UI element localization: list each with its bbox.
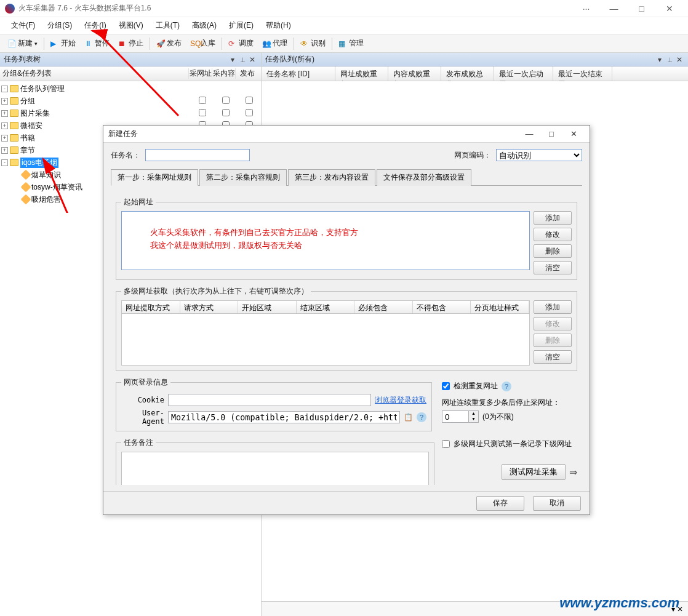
menu-advanced[interactable]: 高级(A)	[186, 18, 223, 33]
tree-checkbox[interactable]	[246, 109, 253, 116]
multiurl-add[interactable]: 添加	[534, 300, 572, 314]
menu-view[interactable]: 视图(V)	[113, 18, 150, 33]
clipboard-icon[interactable]: 📋	[404, 413, 413, 422]
dialog-max[interactable]: □	[540, 127, 562, 142]
check-dup-label: 检测重复网址	[454, 381, 498, 391]
folder-icon	[10, 159, 18, 166]
test-url-button[interactable]: 测试网址采集	[502, 464, 566, 480]
queue-col[interactable]: 发布成败总数	[441, 66, 494, 81]
tree-checkbox[interactable]	[199, 109, 206, 116]
menu-tools[interactable]: 工具(T)	[150, 18, 186, 33]
queue-col[interactable]: 任务名称 [ID]	[262, 66, 335, 81]
pane-dropdown-icon[interactable]: ▾	[228, 55, 238, 64]
cookie-input[interactable]	[168, 394, 371, 406]
tag-icon	[21, 194, 31, 205]
spin-down[interactable]: ▼	[468, 417, 478, 422]
grid-icon: ▦	[338, 39, 347, 48]
menu-help[interactable]: 帮助(H)	[260, 18, 297, 33]
arrow-right-icon: ⇒	[569, 466, 577, 478]
dialog-min[interactable]: —	[518, 127, 540, 142]
tb-start[interactable]: ▶开始	[47, 37, 79, 50]
start-url-legend: 起始网址	[121, 197, 156, 207]
menu-task[interactable]: 任务(I)	[78, 18, 112, 33]
dialog-close[interactable]: ✕	[562, 127, 585, 142]
tag-icon	[21, 182, 31, 193]
spin-up[interactable]: ▲	[468, 411, 478, 417]
multiurl-grid-body[interactable]	[121, 314, 530, 366]
new-icon: 📄	[7, 39, 16, 48]
tree-checkbox[interactable]	[246, 97, 253, 104]
tb-proxy[interactable]: 👥代理	[258, 37, 291, 50]
ua-input[interactable]	[168, 411, 400, 423]
folder-icon	[10, 134, 18, 142]
pane-pin-icon[interactable]: ⟂	[238, 55, 247, 64]
tree-checkbox[interactable]	[222, 97, 230, 104]
tree-checkbox[interactable]	[199, 97, 206, 104]
tb-stop[interactable]: ⏹停止	[114, 37, 147, 50]
pane-close-icon[interactable]: ✕	[674, 55, 684, 64]
rocket-icon: 🚀	[156, 39, 165, 48]
tb-pause[interactable]: ⏸暂停	[81, 37, 113, 50]
pane-pin-icon[interactable]: ⟂	[665, 55, 674, 64]
multiurl-edit[interactable]: 修改	[534, 317, 572, 330]
window-title: 火车采集器 7.6 - 火车头数据采集平台1.6	[18, 3, 572, 14]
start-url-textarea[interactable]: 火车头采集软件，有条件到自己去买官方正品哈，支持官方 我这个就是做测试用到，跟版…	[121, 211, 530, 270]
cancel-button[interactable]: 取消	[533, 496, 581, 511]
menu-file[interactable]: 文件(F)	[5, 18, 41, 33]
tb-storage[interactable]: SQL入库	[186, 37, 219, 50]
starturl-clear[interactable]: 清空	[534, 261, 572, 274]
tree-item[interactable]: +分组	[0, 95, 261, 107]
tb-schedule[interactable]: ⟳调度	[225, 37, 257, 50]
tree-col-group: 分组&任务列表	[2, 68, 188, 79]
minimize-button[interactable]: —	[600, 0, 628, 17]
tb-manage[interactable]: ▦管理	[335, 37, 367, 50]
starturl-add[interactable]: 添加	[534, 211, 572, 225]
menu-group[interactable]: 分组(S)	[41, 18, 78, 33]
tab-step3[interactable]: 第三步：发布内容设置	[288, 169, 375, 186]
toolbar: 📄新建▾ ▶开始 ⏸暂停 ⏹停止 🚀发布 SQL入库 ⟳调度 👥代理 👁识别 ▦…	[0, 34, 688, 53]
stop-label: 网址连续重复多少条后停止采网址：	[442, 398, 577, 408]
check-dup-checkbox[interactable]	[442, 382, 450, 390]
save-button[interactable]: 保存	[476, 496, 524, 511]
multiurl-del[interactable]: 删除	[534, 334, 572, 347]
starturl-edit[interactable]: 修改	[534, 228, 572, 241]
multiurl-clear[interactable]: 清空	[534, 350, 572, 364]
play-icon: ▶	[50, 39, 59, 48]
maximize-button[interactable]: □	[628, 0, 655, 17]
browser-login-link[interactable]: 浏览器登录获取	[375, 395, 426, 406]
task-name-input[interactable]	[145, 149, 250, 161]
window-options[interactable]: ···	[572, 0, 600, 17]
encoding-label: 网页编码：	[454, 150, 491, 161]
starturl-del[interactable]: 删除	[534, 244, 572, 258]
tree-col-publish: 发布	[235, 68, 258, 79]
new-task-dialog: 新建任务 — □ ✕ 任务名： 网页编码： 自动识别 第一步：采集网址规则 第二…	[103, 125, 590, 515]
tb-new[interactable]: 📄新建▾	[4, 37, 41, 50]
notes-textarea[interactable]	[121, 452, 429, 485]
stop-count-input[interactable]	[442, 411, 468, 422]
tree-checkbox[interactable]	[222, 109, 230, 116]
tab-advanced[interactable]: 文件保存及部分高级设置	[377, 169, 471, 186]
right-pane-header: 任务队列(所有) ▾ ⟂ ✕	[262, 53, 688, 66]
tb-recognize[interactable]: 👁识别	[297, 37, 329, 50]
queue-col[interactable]: 最近一次启动于	[494, 66, 553, 81]
stop-hint: (0为不限)	[482, 412, 514, 422]
multitest-checkbox[interactable]	[442, 440, 450, 448]
queue-col[interactable]: 最近一次结束于	[553, 66, 612, 81]
close-button[interactable]: ✕	[655, 0, 683, 17]
tree-item[interactable]: +图片采集	[0, 107, 261, 119]
tb-publish[interactable]: 🚀发布	[153, 37, 185, 50]
queue-col[interactable]: 内容成败重复	[388, 66, 441, 81]
multitest-label: 多级网址只测试第一条记录下级网址	[454, 439, 572, 449]
pane-dropdown-icon[interactable]: ▾	[655, 55, 665, 64]
left-pane-header: 任务列表树 ▾ ⟂ ✕	[0, 53, 261, 66]
menu-extend[interactable]: 扩展(E)	[223, 18, 260, 33]
pane-close-icon[interactable]: ✕	[247, 55, 257, 64]
multiurl-legend: 多级网址获取（执行次序为从上往下，右键可调整次序）	[121, 286, 311, 297]
encoding-select[interactable]: 自动识别	[496, 149, 582, 161]
tab-step2[interactable]: 第二步：采集内容规则	[199, 169, 287, 186]
tab-step1[interactable]: 第一步：采集网址规则	[111, 169, 198, 186]
help-icon[interactable]: ?	[417, 412, 426, 422]
queue-col[interactable]: 网址成败重复	[335, 66, 388, 81]
help-icon[interactable]: ?	[502, 382, 511, 391]
tree-item[interactable]: -任务队列管理	[0, 82, 261, 95]
